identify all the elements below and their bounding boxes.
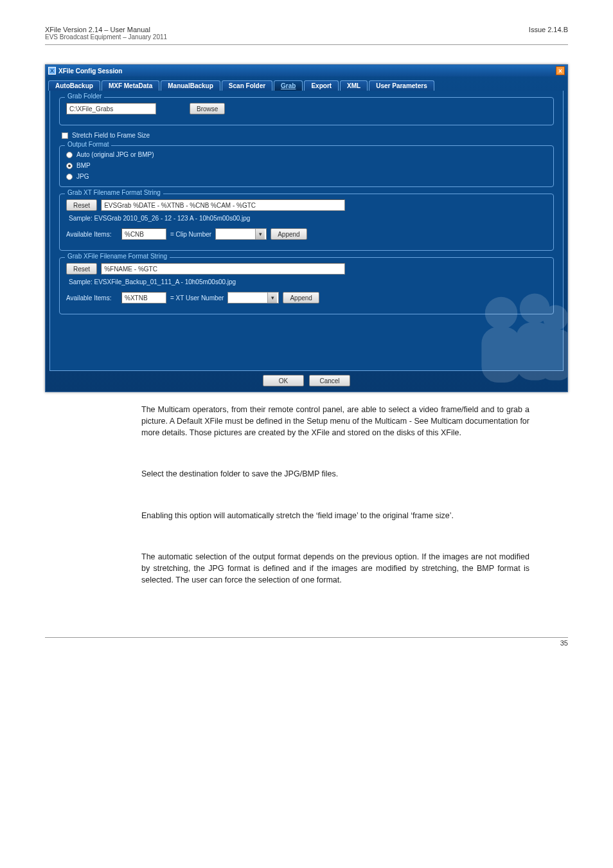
header-issue: Issue 2.14.B xyxy=(529,26,568,41)
group-xfile-filename: Grab XFile Filename Format String Reset … xyxy=(59,257,554,314)
radio-auto-label: Auto (original JPG or BMP) xyxy=(76,151,154,158)
tab-userparams[interactable]: User Parameters xyxy=(369,80,434,91)
ok-button[interactable]: OK xyxy=(263,375,304,386)
xt-token-desc: = Clip Number xyxy=(170,231,211,238)
xf-token-field[interactable]: %XTNB xyxy=(121,292,166,303)
header-product: XFile Version 2.14 – User Manual xyxy=(45,26,167,33)
tab-xml[interactable]: XML xyxy=(340,80,368,91)
tab-mxfmetadata[interactable]: MXF MetaData xyxy=(102,80,159,91)
stretch-checkbox[interactable] xyxy=(62,132,68,139)
radio-bmp[interactable] xyxy=(66,163,73,169)
xt-sample: Sample: EVSGrab 2010_05_26 - 12 - 123 A … xyxy=(69,215,250,222)
browse-button[interactable]: Browse xyxy=(190,103,225,114)
legend-xfile-filename: Grab XFile Filename Format String xyxy=(65,253,170,260)
xt-reset-button[interactable]: Reset xyxy=(66,199,97,211)
xf-reset-button[interactable]: Reset xyxy=(66,263,97,275)
xt-token-field[interactable]: %CNB xyxy=(121,228,166,240)
para-format: The automatic selection of the output fo… xyxy=(141,551,529,586)
legend-output-format: Output Format xyxy=(65,141,111,148)
radio-jpg[interactable] xyxy=(66,174,73,180)
tab-scanfolder[interactable]: Scan Folder xyxy=(222,80,272,91)
xt-append-button[interactable]: Append xyxy=(271,228,306,240)
page-header: XFile Version 2.14 – User Manual EVS Bro… xyxy=(0,0,613,43)
radio-bmp-label: BMP xyxy=(76,162,91,169)
cancel-button[interactable]: Cancel xyxy=(309,375,350,386)
tab-export[interactable]: Export xyxy=(304,80,339,91)
tab-autobackup[interactable]: AutoBackup xyxy=(48,80,100,91)
stretch-label: Stretch Field to Frame Size xyxy=(72,132,150,139)
group-output-format: Output Format Auto (original JPG or BMP)… xyxy=(59,145,554,187)
tab-grab[interactable]: Grab xyxy=(274,80,303,91)
page-footer: 35 xyxy=(0,637,613,673)
tabstrip: AutoBackup MXF MetaData ManualBackup Sca… xyxy=(46,77,567,91)
header-vendor: EVS Broadcast Equipment – January 2011 xyxy=(45,33,167,41)
xf-sample: Sample: EVSXFile_Backup_01_111_A - 10h05… xyxy=(69,278,236,285)
xt-available-label: Available Items: xyxy=(66,231,118,238)
group-grab-folder: Grab Folder C:\XFile_Grabs Browse xyxy=(59,97,554,125)
radio-jpg-label: JPG xyxy=(76,173,89,180)
legend-xt-filename: Grab XT Filename Format String xyxy=(65,189,163,196)
group-xt-filename: Grab XT Filename Format String Reset EVS… xyxy=(59,194,554,251)
xf-append-button[interactable]: Append xyxy=(283,292,319,303)
grab-panel: Grab Folder C:\XFile_Grabs Browse Stretc… xyxy=(49,91,564,371)
para-folder: Select the destination folder to save th… xyxy=(141,468,529,480)
titlebar: X XFile Config Session × xyxy=(46,65,567,77)
close-icon[interactable]: × xyxy=(556,66,565,75)
xf-format-input[interactable]: %FNAME - %GTC xyxy=(101,263,345,275)
header-rule xyxy=(45,44,568,45)
app-icon: X xyxy=(48,67,56,75)
tab-manualbackup[interactable]: ManualBackup xyxy=(161,80,220,91)
legend-grab-folder: Grab Folder xyxy=(65,93,104,100)
xf-available-label: Available Items: xyxy=(66,294,118,302)
xt-format-input[interactable]: EVSGrab %DATE - %XTNB - %CNB %CAM - %GTC xyxy=(101,199,345,211)
window-title: XFile Config Session xyxy=(58,68,122,75)
xf-token-dropdown[interactable] xyxy=(227,292,279,303)
radio-auto[interactable] xyxy=(66,152,73,158)
para-stretch: Enabling this option will automatically … xyxy=(141,510,529,521)
xf-token-desc: = XT User Number xyxy=(170,294,224,302)
para-intro: The Multicam operators, from their remot… xyxy=(141,404,529,439)
grab-folder-input[interactable]: C:\XFile_Grabs xyxy=(66,103,156,114)
xt-token-dropdown[interactable] xyxy=(215,228,267,240)
dialog-footer: OK Cancel xyxy=(46,374,567,388)
page-number: 35 xyxy=(45,638,568,647)
config-window: X XFile Config Session × AutoBackup MXF … xyxy=(45,64,568,392)
